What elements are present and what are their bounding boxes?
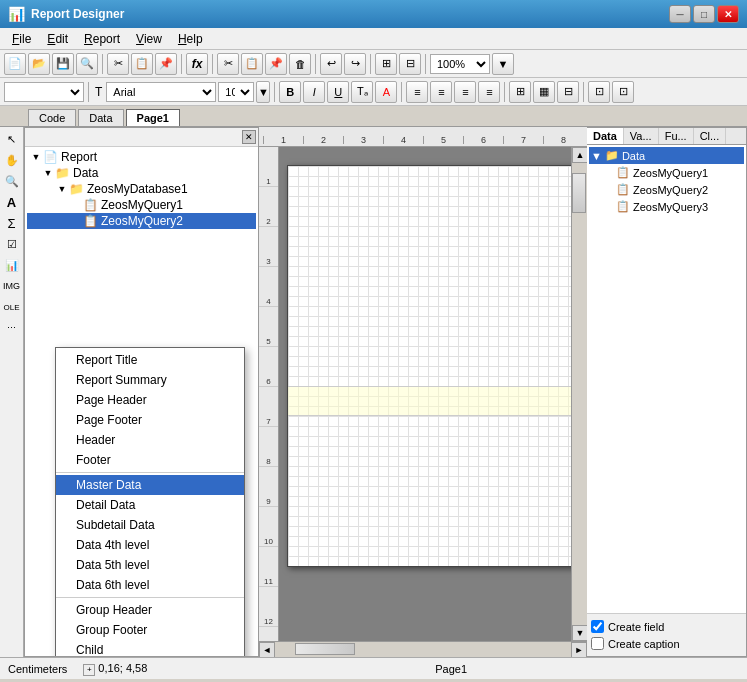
copy-button2[interactable]: 📋 bbox=[241, 53, 263, 75]
right-tree-q2[interactable]: ▶ 📋 ZeosMyQuery2 bbox=[589, 181, 744, 198]
vertical-scrollbar[interactable]: ▲ ▼ bbox=[571, 147, 587, 641]
open-button[interactable]: 📂 bbox=[28, 53, 50, 75]
ctx-data-5th[interactable]: Data 5th level bbox=[56, 555, 244, 575]
rt-expand-data[interactable]: ▼ bbox=[591, 150, 602, 162]
frame2-button[interactable]: ⊡ bbox=[612, 81, 634, 103]
create-caption-checkbox[interactable] bbox=[591, 637, 604, 650]
ctx-data-4th[interactable]: Data 4th level bbox=[56, 535, 244, 555]
font-color-button[interactable]: A bbox=[375, 81, 397, 103]
font-size-select[interactable]: 10 bbox=[218, 82, 254, 102]
menu-file[interactable]: File bbox=[4, 30, 39, 48]
ctx-page-footer[interactable]: Page Footer bbox=[56, 410, 244, 430]
ctx-report-title[interactable]: Report Title bbox=[56, 350, 244, 370]
undo-button[interactable]: ↩ bbox=[320, 53, 342, 75]
tab-code[interactable]: Code bbox=[28, 109, 76, 126]
tree-item-db1[interactable]: ▼ 📁 ZeosMyDatabase1 bbox=[27, 181, 256, 197]
expander-data[interactable]: ▼ bbox=[41, 166, 55, 180]
close-button[interactable]: ✕ bbox=[717, 5, 739, 23]
check-tool-button[interactable]: ☑ bbox=[2, 234, 22, 254]
ctx-detail-data[interactable]: Detail Data bbox=[56, 495, 244, 515]
ctx-master-data[interactable]: Master Data bbox=[56, 475, 244, 495]
border-button[interactable]: ⊞ bbox=[509, 81, 531, 103]
hscroll-right[interactable]: ► bbox=[571, 642, 587, 657]
ctx-page-header[interactable]: Page Header bbox=[56, 390, 244, 410]
menu-report[interactable]: Report bbox=[76, 30, 128, 48]
font-select[interactable]: Arial bbox=[106, 82, 216, 102]
select-tool-button[interactable]: ↖ bbox=[2, 129, 22, 149]
tree-item-data[interactable]: ▼ 📁 Data bbox=[27, 165, 256, 181]
right-tree-data[interactable]: ▼ 📁 Data bbox=[589, 147, 744, 164]
tab-data[interactable]: Data bbox=[78, 109, 123, 126]
align-center-button[interactable]: ≡ bbox=[430, 81, 452, 103]
ctx-report-summary[interactable]: Report Summary bbox=[56, 370, 244, 390]
ctx-group-header[interactable]: Group Header bbox=[56, 600, 244, 620]
vscroll-up[interactable]: ▲ bbox=[572, 147, 587, 163]
sum-tool-button[interactable]: Σ bbox=[2, 213, 22, 233]
new-button[interactable]: 📄 bbox=[4, 53, 26, 75]
right-tree-q1[interactable]: ▶ 📋 ZeosMyQuery1 bbox=[589, 164, 744, 181]
menu-view[interactable]: View bbox=[128, 30, 170, 48]
justify-button[interactable]: ≡ bbox=[478, 81, 500, 103]
ctx-footer[interactable]: Footer bbox=[56, 450, 244, 470]
ctx-header[interactable]: Header bbox=[56, 430, 244, 450]
subband-tool-button[interactable]: ⋯ bbox=[2, 318, 22, 338]
chart-tool-button[interactable]: 📊 bbox=[2, 255, 22, 275]
paste-button2[interactable]: 📌 bbox=[265, 53, 287, 75]
tab-page1[interactable]: Page1 bbox=[126, 109, 180, 126]
text-format-button[interactable]: Tₐ bbox=[351, 81, 373, 103]
hand-tool-button[interactable]: ✋ bbox=[2, 150, 22, 170]
underline-button[interactable]: U bbox=[327, 81, 349, 103]
right-tree[interactable]: ▼ 📁 Data ▶ 📋 ZeosMyQuery1 ▶ 📋 ZeosMyQuer… bbox=[587, 145, 746, 613]
image-tool-button[interactable]: IMG bbox=[2, 276, 22, 296]
formula-button[interactable]: fx bbox=[186, 53, 208, 75]
right-tab-var[interactable]: Va... bbox=[624, 128, 659, 144]
extra-button[interactable]: ⊟ bbox=[557, 81, 579, 103]
left-panel-close[interactable]: ✕ bbox=[242, 130, 256, 144]
right-tab-func[interactable]: Fu... bbox=[659, 128, 694, 144]
hscroll-left[interactable]: ◄ bbox=[259, 642, 275, 657]
save-button[interactable]: 💾 bbox=[52, 53, 74, 75]
ole-tool-button[interactable]: OLE bbox=[2, 297, 22, 317]
tree-item-q2[interactable]: ▶ 📋 ZeosMyQuery2 bbox=[27, 213, 256, 229]
ctx-data-6th[interactable]: Data 6th level bbox=[56, 575, 244, 595]
ctx-child[interactable]: Child bbox=[56, 640, 244, 656]
italic-button[interactable]: I bbox=[303, 81, 325, 103]
tree-item-q1[interactable]: ▶ 📋 ZeosMyQuery1 bbox=[27, 197, 256, 213]
zoom-select[interactable]: 100% 75% 150% bbox=[430, 54, 490, 74]
canvas-scroll-area[interactable] bbox=[279, 147, 571, 641]
bold-button[interactable]: B bbox=[279, 81, 301, 103]
copy-button[interactable]: 📋 bbox=[131, 53, 153, 75]
text-tool-button[interactable]: A bbox=[2, 192, 22, 212]
zoom-tool-button[interactable]: 🔍 bbox=[2, 171, 22, 191]
vscroll-down[interactable]: ▼ bbox=[572, 625, 587, 641]
preview-button[interactable]: 🔍 bbox=[76, 53, 98, 75]
tree-view[interactable]: ▼ 📄 Report ▼ 📁 Data ▼ 📁 ZeosMyDatabase1 … bbox=[25, 147, 258, 656]
cut-button[interactable]: ✂ bbox=[107, 53, 129, 75]
fill-button[interactable]: ▦ bbox=[533, 81, 555, 103]
frame-button[interactable]: ⊡ bbox=[588, 81, 610, 103]
menu-edit[interactable]: Edit bbox=[39, 30, 76, 48]
expander-report[interactable]: ▼ bbox=[29, 150, 43, 164]
tree-item-report[interactable]: ▼ 📄 Report bbox=[27, 149, 256, 165]
align-right-button[interactable]: ≡ bbox=[454, 81, 476, 103]
right-tab-data[interactable]: Data bbox=[587, 128, 624, 144]
right-tab-class[interactable]: Cl... bbox=[694, 128, 727, 144]
page-canvas[interactable] bbox=[287, 165, 571, 567]
snap-button[interactable]: ⊟ bbox=[399, 53, 421, 75]
style-select[interactable] bbox=[4, 82, 84, 102]
vscroll-thumb[interactable] bbox=[572, 173, 586, 213]
paste-button[interactable]: 📌 bbox=[155, 53, 177, 75]
cut-button2[interactable]: ✂ bbox=[217, 53, 239, 75]
align-left-button[interactable]: ≡ bbox=[406, 81, 428, 103]
menu-help[interactable]: Help bbox=[170, 30, 211, 48]
zoom-dropdown-button[interactable]: ▼ bbox=[492, 53, 514, 75]
font-size-dropdown[interactable]: ▼ bbox=[256, 81, 270, 103]
hscroll-thumb[interactable] bbox=[295, 643, 355, 655]
vscroll-track[interactable] bbox=[572, 163, 587, 625]
minimize-button[interactable]: ─ bbox=[669, 5, 691, 23]
maximize-button[interactable]: □ bbox=[693, 5, 715, 23]
redo-button[interactable]: ↪ bbox=[344, 53, 366, 75]
ctx-group-footer[interactable]: Group Footer bbox=[56, 620, 244, 640]
expander-db1[interactable]: ▼ bbox=[55, 182, 69, 196]
grid-button[interactable]: ⊞ bbox=[375, 53, 397, 75]
